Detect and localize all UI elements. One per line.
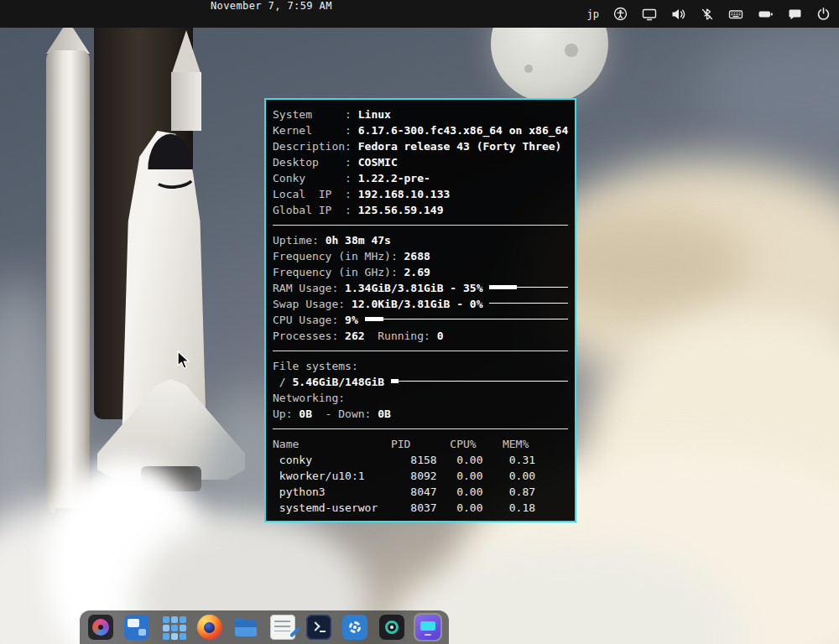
- wallpaper-booster-body: [171, 72, 201, 131]
- cpu-line: CPU Usage: 9%: [273, 312, 568, 328]
- info-line: Conky : 1.22.2-pre-: [273, 170, 568, 186]
- stats-section: Uptime: 0h 38m 47s Frequency (in MHz): 2…: [273, 232, 568, 344]
- info-line: System : Linux: [273, 106, 568, 122]
- keyboard-icon[interactable]: [728, 8, 743, 21]
- root-fs-bar: [391, 379, 568, 385]
- info-line: Desktop : COSMIC: [273, 154, 568, 170]
- display-icon[interactable]: [642, 8, 657, 21]
- app-library-icon: [161, 615, 186, 640]
- swap-usage-bar: [489, 301, 568, 307]
- system-tray: jp: [587, 0, 831, 28]
- separator: [273, 428, 568, 429]
- dock-item-text-editor[interactable]: [268, 613, 297, 641]
- mouse-cursor: [176, 351, 191, 374]
- top-panel: November 7, 7:59 AM jp: [0, 0, 839, 28]
- battery-icon[interactable]: [758, 8, 774, 21]
- filesystem-section: File systems: / 5.46GiB/148GiB Networkin…: [273, 358, 568, 422]
- dock-item-firefox[interactable]: [195, 613, 224, 641]
- info-line: Global IP : 125.56.59.149: [273, 202, 568, 218]
- system-info-section: System : Linux Kernel : 6.17.6-300.fc43.…: [273, 106, 568, 218]
- dock: [80, 610, 449, 644]
- ram-usage-bar: [489, 285, 568, 291]
- keyboard-layout-indicator[interactable]: jp: [587, 8, 599, 20]
- settings-icon: [342, 615, 367, 640]
- uptime-line: Uptime: 0h 38m 47s: [273, 232, 568, 248]
- freq-mhz-line: Frequency (in MHz): 2688: [273, 248, 568, 264]
- dock-item-screenshot-tool[interactable]: [414, 613, 442, 641]
- files-icon: [233, 615, 258, 640]
- cpu-usage-bar: [365, 317, 568, 323]
- volume-icon[interactable]: [671, 8, 686, 21]
- conky-widget: System : Linux Kernel : 6.17.6-300.fc43.…: [264, 98, 576, 522]
- media-icon: [379, 615, 404, 640]
- info-line: Description: Fedora release 43 (Forty Th…: [273, 138, 568, 154]
- screenshot-tool-icon: [415, 615, 440, 640]
- root-fs-line: / 5.46GiB/148GiB: [273, 374, 568, 390]
- wallpaper-haze: [696, 25, 839, 159]
- info-line: Local IP : 192.168.10.133: [273, 186, 568, 202]
- dock-item-app-library[interactable]: [159, 613, 188, 641]
- process-row: conky 8158 0.00 0.31: [273, 452, 568, 468]
- networking-title: Networking:: [273, 390, 568, 406]
- dock-item-files[interactable]: [232, 613, 260, 641]
- dock-item-terminal[interactable]: [305, 613, 333, 641]
- clock[interactable]: November 7, 7:59 AM: [211, 0, 332, 28]
- app-store-icon: [88, 615, 113, 640]
- network-updown-line: Up: 0B - Down: 0B: [273, 406, 568, 422]
- firefox-icon: [197, 615, 222, 640]
- separator: [273, 225, 568, 226]
- process-row: kworker/u10:1 8092 0.00 0.00: [273, 468, 568, 484]
- swap-line: Swap Usage: 12.0KiB/3.81GiB - 0%: [273, 296, 568, 312]
- filesystems-title: File systems:: [273, 358, 568, 374]
- process-table: Name PID CPU% MEM% conky 8158 0.00 0.31 …: [273, 436, 568, 516]
- dock-item-media[interactable]: [378, 613, 406, 641]
- dock-item-app-store[interactable]: [86, 613, 115, 641]
- process-row: systemd-userwor 8037 0.00 0.18: [273, 500, 568, 516]
- window-tiling-icon: [124, 615, 149, 640]
- wallpaper-booster: [46, 50, 90, 513]
- chat-icon[interactable]: [788, 8, 802, 21]
- freq-ghz-line: Frequency (in GHz): 2.69: [273, 264, 568, 280]
- process-table-header: Name PID CPU% MEM%: [273, 436, 568, 452]
- separator: [273, 351, 568, 351]
- bluetooth-off-icon[interactable]: [701, 8, 714, 21]
- info-line: Kernel : 6.17.6-300.fc43.x86_64 on x86_6…: [273, 122, 568, 138]
- process-row: python3 8047 0.00 0.87: [273, 484, 568, 500]
- ram-line: RAM Usage: 1.34GiB/3.81GiB - 35%: [273, 280, 568, 296]
- desktop: System : Linux Kernel : 6.17.6-300.fc43.…: [0, 0, 839, 644]
- dock-item-window-tiling[interactable]: [122, 613, 151, 641]
- process-rows: conky 8158 0.00 0.31 kworker/u10:1 8092 …: [273, 452, 568, 516]
- accessibility-icon[interactable]: [613, 7, 628, 21]
- processes-line: Processes: 262 Running: 0: [273, 328, 568, 344]
- dock-item-settings[interactable]: [341, 613, 369, 641]
- terminal-icon: [306, 615, 331, 640]
- text-editor-icon: [270, 615, 295, 640]
- power-icon[interactable]: [816, 7, 831, 21]
